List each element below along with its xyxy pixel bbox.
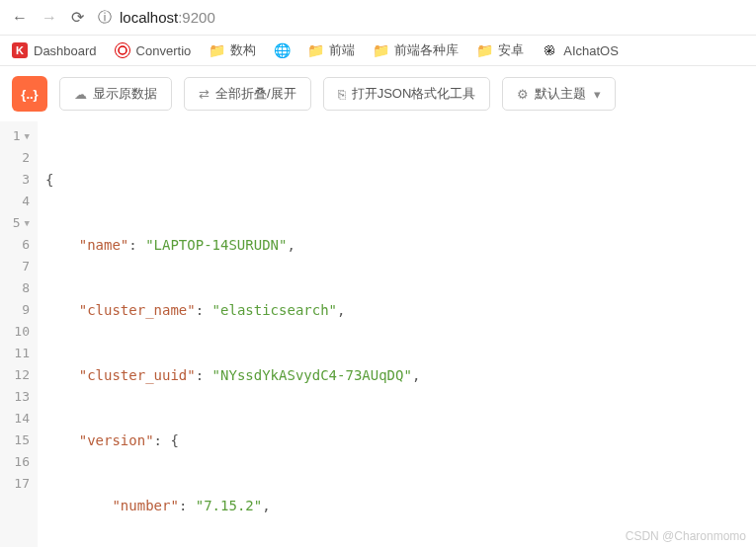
ai-icon: ֎ bbox=[542, 42, 557, 58]
bookmarks-bar: KDashboard Convertio 📁数构 🌐 📁前端 📁前端各种库 📁安… bbox=[0, 36, 756, 66]
extension-icon[interactable]: {..} bbox=[12, 76, 47, 112]
line-gutter: 1▼ 2 3 4 5▼ 6 7 8 9 10 11 12 13 14 15 16… bbox=[0, 121, 38, 547]
gear-icon: ⚙ bbox=[517, 87, 529, 102]
folder-icon: 📁 bbox=[476, 42, 492, 58]
json-toolbar: {..} ☁显示原数据 ⇄全部折叠/展开 ⎘打开JSON格式化工具 ⚙默认主题▾ bbox=[0, 66, 756, 121]
chevron-down-icon: ▾ bbox=[594, 87, 601, 102]
fold-all-button[interactable]: ⇄全部折叠/展开 bbox=[184, 77, 311, 111]
json-icon: ⎘ bbox=[338, 87, 346, 102]
convertio-icon bbox=[115, 42, 130, 58]
folder-icon: 📁 bbox=[307, 42, 323, 58]
show-raw-button[interactable]: ☁显示原数据 bbox=[59, 77, 172, 111]
browser-nav-bar: ← → ⟳ ⓘ localhost:9200 bbox=[0, 0, 756, 36]
code-line: "name": "LAPTOP-14SURUDN", bbox=[45, 234, 587, 256]
code-content[interactable]: { "name": "LAPTOP-14SURUDN", "cluster_na… bbox=[38, 121, 595, 547]
bookmark-aichatos[interactable]: ֎AIchatOS bbox=[542, 42, 619, 58]
code-line: "cluster_name": "elasticsearch", bbox=[45, 299, 587, 321]
code-line: { bbox=[45, 169, 587, 191]
open-formatter-button[interactable]: ⎘打开JSON格式化工具 bbox=[323, 77, 491, 111]
cloud-icon: ☁ bbox=[74, 87, 87, 102]
forward-button[interactable]: → bbox=[42, 9, 57, 27]
theme-button[interactable]: ⚙默认主题▾ bbox=[502, 77, 616, 111]
folder-icon: 📁 bbox=[373, 42, 388, 58]
reload-button[interactable]: ⟳ bbox=[71, 8, 84, 27]
folder-icon: 📁 bbox=[209, 42, 224, 58]
globe-icon: 🌐 bbox=[274, 42, 290, 58]
back-button[interactable]: ← bbox=[12, 9, 28, 27]
collapse-icon: ⇄ bbox=[199, 87, 210, 102]
code-line: "number": "7.15.2", bbox=[45, 495, 587, 516]
bookmark-dashboard[interactable]: KDashboard bbox=[12, 42, 97, 58]
bookmark-folder-2[interactable]: 📁前端 bbox=[307, 41, 355, 59]
k-icon: K bbox=[12, 42, 28, 58]
bookmark-folder-4[interactable]: 📁安卓 bbox=[476, 41, 524, 59]
bookmark-globe[interactable]: 🌐 bbox=[274, 42, 290, 58]
fold-icon[interactable]: ▼ bbox=[25, 125, 30, 147]
bookmark-convertio[interactable]: Convertio bbox=[115, 42, 192, 58]
code-line: "version": { bbox=[45, 430, 587, 451]
info-icon[interactable]: ⓘ bbox=[98, 9, 112, 27]
url-text: localhost:9200 bbox=[120, 9, 215, 26]
address-bar[interactable]: ⓘ localhost:9200 bbox=[98, 9, 744, 27]
bookmark-folder-3[interactable]: 📁前端各种库 bbox=[373, 41, 459, 59]
code-line: "cluster_uuid": "NYssdYkASvydC4-73AUqDQ"… bbox=[45, 364, 587, 386]
fold-icon[interactable]: ▼ bbox=[25, 212, 30, 234]
watermark: CSDN @Charonmomo bbox=[626, 529, 746, 543]
bookmark-folder-1[interactable]: 📁数构 bbox=[209, 41, 256, 59]
json-viewer: 1▼ 2 3 4 5▼ 6 7 8 9 10 11 12 13 14 15 16… bbox=[0, 121, 756, 547]
